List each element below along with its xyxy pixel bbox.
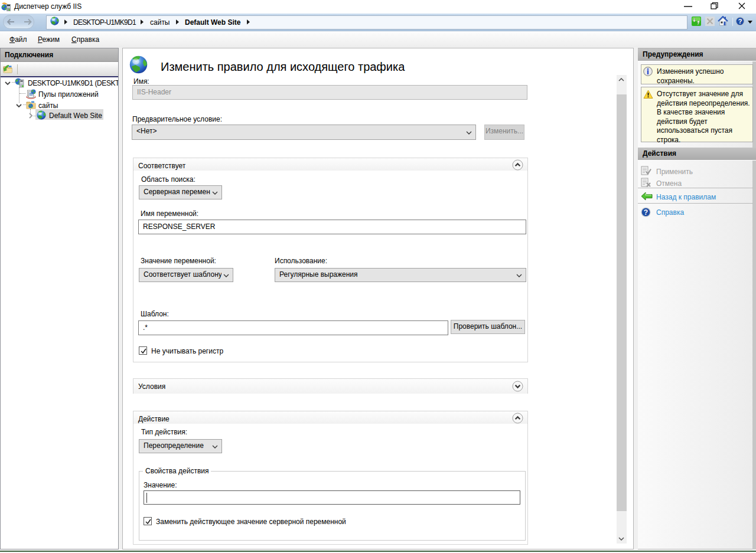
svg-text:?: ? — [738, 18, 742, 25]
svg-text:?: ? — [644, 208, 648, 217]
